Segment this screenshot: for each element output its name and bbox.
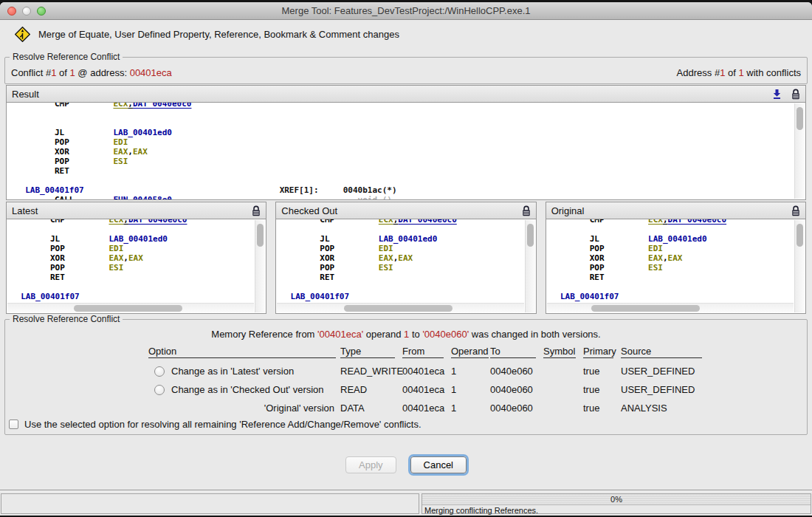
down-arrow-icon[interactable] [772, 89, 782, 100]
conflict-resolution-group: Resolve Reference Conflict Memory Refere… [4, 319, 808, 435]
latest-panel: Latest CMP ECX,DAT_0040e0c0 [6, 202, 266, 314]
result-panel-title: Result [12, 89, 39, 100]
cell-source: ANALYSIS [621, 403, 709, 414]
conflict-counter: Conflict #1 of 1 @ address: 00401eca [11, 67, 172, 78]
scrollbar-thumb[interactable] [344, 305, 453, 312]
progress-percent: 0% [610, 495, 622, 504]
cell-operand: 1 [451, 403, 490, 414]
lock-icon[interactable] [791, 89, 800, 100]
scrollbar-thumb[interactable] [796, 107, 803, 130]
cell-type: DATA [340, 403, 402, 414]
status-message: Merging conflicting References. [422, 505, 811, 516]
lock-icon[interactable] [791, 205, 800, 216]
close-button[interactable] [7, 7, 16, 16]
checked-out-listing[interactable]: CMP ECX,DAT_0040e0c0 JL LAB_00401ed0 POP… [275, 219, 536, 314]
option-label[interactable]: Change as in 'Checked Out' version [171, 384, 324, 395]
zoom-button[interactable] [37, 7, 46, 16]
option-radio-latest[interactable] [154, 366, 165, 377]
column-header: Option [148, 346, 340, 358]
scrollbar-thumb[interactable] [257, 224, 264, 247]
column-header: From [402, 346, 451, 358]
column-header: Primary [583, 346, 621, 358]
checked-out-panel: Checked Out CMP ECX,DAT_0040e0c0 [275, 202, 536, 314]
use-for-all-checkbox[interactable] [9, 420, 18, 429]
use-for-all-label: Use the selected option for resolving al… [24, 419, 422, 430]
latest-listing[interactable]: CMP ECX,DAT_0040e0c0 JL LAB_00401ed0 POP… [6, 219, 266, 314]
conflict-options-table: OptionTypeFromOperandToSymbolPrimarySour… [148, 346, 807, 414]
cell-from: 00401eca [402, 384, 451, 395]
cell-to: 0040e060 [490, 384, 543, 395]
option-label[interactable]: Change as in 'Latest' version [171, 366, 294, 377]
cell-type: READ [340, 384, 402, 395]
merge-progress-panel: 0% Merging conflicting References. [422, 493, 811, 514]
titlebar[interactable]: Merge Tool: Features_DevTestProject:/Win… [0, 2, 812, 20]
column-header: Type [340, 346, 402, 358]
progress-bar: 0% [422, 494, 811, 505]
scrollbar-thumb[interactable] [527, 224, 534, 247]
scrollbar-thumb[interactable] [74, 305, 182, 312]
merge-sign-icon [15, 27, 30, 42]
vertical-scrollbar[interactable] [525, 220, 535, 312]
original-panel: Original CMP ECX,DAT_0040e0c0 [546, 202, 806, 314]
apply-button[interactable]: Apply [345, 456, 396, 473]
cell-to: 0040e060 [490, 403, 543, 414]
cell-source: USER_DEFINED [621, 366, 709, 377]
conflict-option-row: Change as in 'Latest' versionREAD_WRITE0… [148, 366, 807, 377]
cell-primary: true [583, 366, 621, 377]
original-listing[interactable]: CMP ECX,DAT_0040e0c0 JL LAB_00401ed0 POP… [546, 219, 806, 314]
original-panel-title: Original [551, 205, 585, 216]
status-left-panel [1, 493, 419, 514]
column-header: To [490, 346, 543, 358]
cell-primary: true [583, 403, 621, 414]
address-conflict-counter: Address #1 of 1 with conflicts [677, 67, 801, 78]
conflict-info-group-title: Resolve Reference Conflict [10, 52, 123, 62]
option-radio-checked-out[interactable] [154, 385, 165, 395]
merge-tool-window: Merge Tool: Features_DevTestProject:/Win… [0, 2, 812, 516]
listing-merge-area: Result [6, 85, 806, 314]
cell-from: 00401eca [402, 403, 451, 414]
horizontal-scrollbar[interactable] [7, 303, 254, 312]
conflict-option-row: Change as in 'Checked Out' versionREAD00… [148, 384, 807, 395]
original-panel-header: Original [546, 202, 806, 219]
cell-source: USER_DEFINED [621, 384, 709, 395]
scrollbar-thumb[interactable] [591, 305, 700, 312]
conflict-resolution-group-title: Resolve Reference Conflict [10, 314, 123, 324]
column-header: Operand [451, 346, 490, 358]
horizontal-scrollbar[interactable] [277, 303, 523, 312]
cancel-button[interactable]: Cancel [410, 456, 467, 473]
horizontal-scrollbar[interactable] [547, 303, 794, 312]
cell-from: 00401eca [402, 366, 451, 377]
checked-out-panel-title: Checked Out [281, 205, 337, 216]
window-title: Merge Tool: Features_DevTestProject:/Win… [0, 5, 812, 16]
latest-panel-title: Latest [12, 205, 38, 216]
minimize-button[interactable] [22, 7, 31, 16]
scrollbar-thumb[interactable] [796, 224, 803, 247]
vertical-scrollbar[interactable] [794, 220, 805, 312]
vertical-scrollbar[interactable] [794, 103, 805, 199]
window-controls [7, 2, 46, 20]
use-for-all-row[interactable]: Use the selected option for resolving al… [9, 419, 422, 430]
conflict-option-row: 'Original' versionDATA00401eca10040e060t… [148, 403, 807, 414]
vertical-scrollbar[interactable] [255, 220, 265, 312]
lock-icon[interactable] [522, 205, 531, 216]
lock-icon[interactable] [252, 205, 261, 216]
column-header: Source [621, 346, 709, 358]
option-label: 'Original' version [264, 403, 334, 414]
status-bar: 0% Merging conflicting References. [0, 490, 812, 516]
conflict-message: Memory Reference from '00401eca' operand… [5, 329, 807, 340]
cell-type: READ_WRITE [340, 366, 402, 377]
cell-operand: 1 [451, 384, 490, 395]
banner-text: Merge of Equate, User Defined Property, … [38, 29, 399, 40]
merge-phase-banner: Merge of Equate, User Defined Property, … [0, 20, 812, 48]
cell-to: 0040e060 [490, 366, 543, 377]
result-listing[interactable]: CMP ECX,DAT_0040e0c0 JL LAB_00401ed0 POP… [6, 103, 806, 200]
cell-primary: true [583, 384, 621, 395]
result-panel-header: Result [6, 85, 806, 103]
latest-panel-header: Latest [6, 202, 266, 219]
cell-operand: 1 [451, 366, 490, 377]
conflict-info-group: Resolve Reference Conflict Conflict #1 o… [4, 57, 808, 84]
column-header: Symbol [543, 346, 583, 358]
checked-out-panel-header: Checked Out [275, 202, 536, 219]
